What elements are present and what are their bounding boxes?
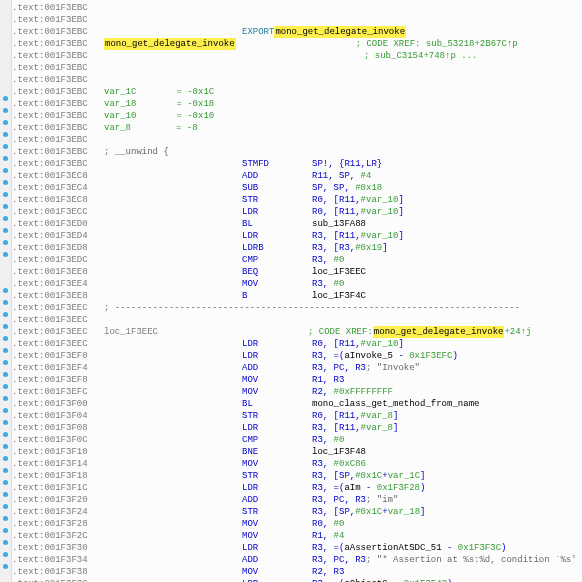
breakpoint-dot[interactable] [3,192,8,197]
breakpoint-dot[interactable] [3,108,8,113]
asm-line[interactable]: .text:001F3F2CMOVR1, #4 [12,530,582,542]
asm-line[interactable]: .text:001F3EBCvar_8= -8 [12,122,582,134]
breakpoint-dot[interactable] [3,540,8,545]
operands[interactable]: loc_1F3F4C [312,290,366,302]
asm-line[interactable]: .text:001F3EF0LDRR3, =(aInvoke_5 - 0x1F3… [12,350,582,362]
asm-line[interactable]: .text:001F3EBC [12,2,582,14]
breakpoint-dot[interactable] [3,552,8,557]
breakpoint-dot[interactable] [3,480,8,485]
asm-line[interactable]: .text:001F3EC4SUBSP, SP, #0x18 [12,182,582,194]
breakpoint-dot[interactable] [3,492,8,497]
breakpoint-dot[interactable] [3,216,8,221]
asm-line[interactable]: .text:001F3EBCvar_18= -0x18 [12,98,582,110]
asm-line[interactable]: .text:001F3EE8Bloc_1F3F4C [12,290,582,302]
asm-line[interactable]: .text:001F3F20ADDR3, PC, R3 ; "im" [12,494,582,506]
code-xref[interactable]: ; sub_C3154+748↑p ... [364,50,477,62]
asm-line[interactable]: .text:001F3EECloc_1F3EEC; CODE XREF: mon… [12,326,582,338]
asm-line[interactable]: .text:001F3F38MOVR2, R3 [12,566,582,578]
asm-line[interactable]: .text:001F3EC8STRR0, [R11,#var_10] [12,194,582,206]
asm-line[interactable]: .text:001F3EEC; ------------------------… [12,302,582,314]
asm-line[interactable]: .text:001F3F30LDRR3, =(aAssertionAtSDC_5… [12,542,582,554]
asm-line[interactable]: .text:001F3F04STRR0, [R11,#var_8] [12,410,582,422]
breakpoint-dot[interactable] [3,228,8,233]
asm-line[interactable]: .text:001F3EBCSTMFDSP!, {R11,LR} [12,158,582,170]
breakpoint-dot[interactable] [3,324,8,329]
asm-line[interactable]: .text:001F3EBCvar_1C= -0x1C [12,86,582,98]
breakpoint-dot[interactable] [3,312,8,317]
function-name[interactable]: mono_get_delegate_invoke [104,38,236,50]
mnemonic: STMFD [242,158,312,170]
asm-line[interactable]: .text:001F3F34ADDR3, PC, R3 ; "* Asserti… [12,554,582,566]
asm-line[interactable]: .text:001F3EBCvar_10= -0x10 [12,110,582,122]
breakpoint-dot[interactable] [3,432,8,437]
asm-line[interactable]: .text:001F3F3CLDRR3, =(aObjectC - 0x1F3F… [12,578,582,582]
breakpoint-dot[interactable] [3,408,8,413]
asm-line[interactable]: .text:001F3ED0BLsub_13FA88 [12,218,582,230]
breakpoint-dot[interactable] [3,132,8,137]
asm-line[interactable]: .text:001F3ECCLDRR0, [R11,#var_10] [12,206,582,218]
asm-line[interactable]: .text:001F3F14MOVR3, #0xC86 [12,458,582,470]
breakpoint-dot[interactable] [3,300,8,305]
asm-line[interactable]: .text:001F3EECLDRR0, [R11,#var_10] [12,338,582,350]
asm-line[interactable]: .text:001F3F08LDRR3, [R11,#var_8] [12,422,582,434]
export-symbol[interactable]: mono_get_delegate_invoke [274,26,406,38]
breakpoint-dot[interactable] [3,360,8,365]
code-xref[interactable]: ; CODE XREF: [308,326,373,338]
asm-line[interactable]: .text:001F3F1CLDRR3, =(aIm - 0x1F3F28) [12,482,582,494]
xref-target[interactable]: mono_get_delegate_invoke [373,326,505,338]
breakpoint-dot[interactable] [3,180,8,185]
asm-line[interactable]: .text:001F3EBC [12,134,582,146]
code-xref[interactable]: ; CODE XREF: sub_53218+2B67C↑p [356,38,518,50]
asm-line[interactable]: .text:001F3EFCMOVR2, #0xFFFFFFFF [12,386,582,398]
breakpoint-dot[interactable] [3,144,8,149]
asm-line[interactable]: .text:001F3EF4ADDR3, PC, R3 ; "Invoke" [12,362,582,374]
breakpoint-dot[interactable] [3,516,8,521]
breakpoint-dot[interactable] [3,456,8,461]
asm-line[interactable]: .text:001F3F00BLmono_class_get_method_fr… [12,398,582,410]
breakpoint-dot[interactable] [3,564,8,569]
local-label[interactable]: loc_1F3EEC [104,326,158,338]
breakpoint-dot[interactable] [3,396,8,401]
asm-line[interactable]: .text:001F3EBC [12,74,582,86]
asm-line[interactable]: .text:001F3EBC; __unwind { [12,146,582,158]
asm-line[interactable]: .text:001F3EBCEXPORT mono_get_delegate_i… [12,26,582,38]
breakpoint-dot[interactable] [3,504,8,509]
breakpoint-dot[interactable] [3,240,8,245]
asm-line[interactable]: .text:001F3EEC [12,314,582,326]
breakpoint-dot[interactable] [3,384,8,389]
asm-line[interactable]: .text:001F3F18STRR3, [SP,#0x1C+var_1C] [12,470,582,482]
asm-line[interactable]: .text:001F3EDCCMPR3, #0 [12,254,582,266]
operands[interactable]: loc_1F3F48 [312,446,366,458]
breakpoint-dot[interactable] [3,528,8,533]
asm-line[interactable]: .text:001F3F0CCMPR3, #0 [12,434,582,446]
breakpoint-dot[interactable] [3,168,8,173]
breakpoint-dot[interactable] [3,156,8,161]
asm-line[interactable]: .text:001F3EE0BEQloc_1F3EEC [12,266,582,278]
asm-line[interactable]: .text:001F3ED8LDRBR3, [R3,#0x19] [12,242,582,254]
asm-line[interactable]: .text:001F3EBC [12,62,582,74]
operands[interactable]: sub_13FA88 [312,218,366,230]
breakpoint-dot[interactable] [3,420,8,425]
breakpoint-dot[interactable] [3,348,8,353]
operands[interactable]: mono_class_get_method_from_name [312,398,479,410]
asm-line[interactable]: .text:001F3EBC; sub_C3154+748↑p ... [12,50,582,62]
asm-line[interactable]: .text:001F3EF8MOVR1, R3 [12,374,582,386]
operands[interactable]: loc_1F3EEC [312,266,366,278]
breakpoint-dot[interactable] [3,336,8,341]
breakpoint-dot[interactable] [3,468,8,473]
breakpoint-dot[interactable] [3,120,8,125]
asm-line[interactable]: .text:001F3EBC [12,14,582,26]
asm-line[interactable]: .text:001F3ED4LDRR3, [R11,#var_10] [12,230,582,242]
breakpoint-dot[interactable] [3,288,8,293]
breakpoint-dot[interactable] [3,444,8,449]
asm-line[interactable]: .text:001F3F10BNEloc_1F3F48 [12,446,582,458]
asm-line[interactable]: .text:001F3EBCmono_get_delegate_invoke; … [12,38,582,50]
asm-line[interactable]: .text:001F3EC0ADDR11, SP, #4 [12,170,582,182]
breakpoint-dot[interactable] [3,252,8,257]
breakpoint-dot[interactable] [3,204,8,209]
asm-line[interactable]: .text:001F3F28MOVR0, #0 [12,518,582,530]
breakpoint-dot[interactable] [3,96,8,101]
asm-line[interactable]: .text:001F3EE4MOVR3, #0 [12,278,582,290]
asm-line[interactable]: .text:001F3F24STRR3, [SP,#0x1C+var_18] [12,506,582,518]
breakpoint-dot[interactable] [3,372,8,377]
